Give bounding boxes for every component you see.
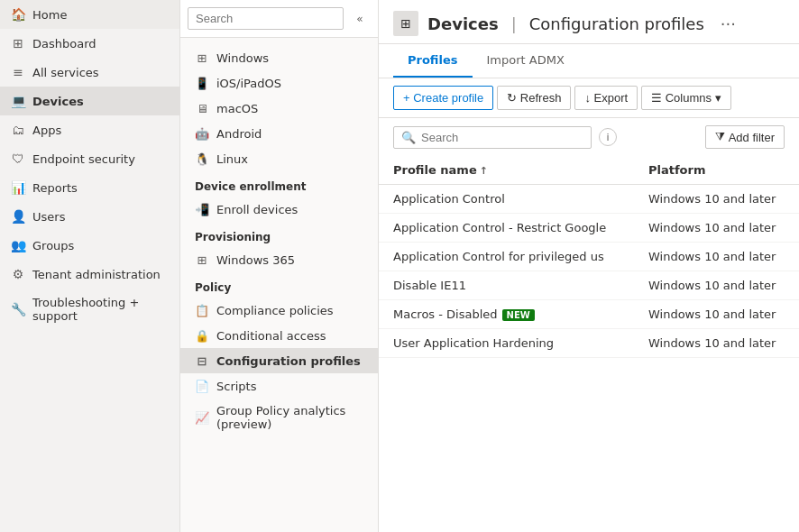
mid-icon-linux: 🐧 [195, 151, 209, 166]
col-label-profile-name: Profile name [393, 163, 477, 177]
mid-icon-ios-ipados: 📱 [195, 76, 209, 90]
profile-name-cell: Disable IE11 [379, 271, 634, 300]
main-search-row: 🔍 i ⧩ Add filter [379, 118, 799, 156]
mid-nav-item-windows-365[interactable]: ⊞ Windows 365 [180, 247, 378, 272]
mid-nav-item-configuration-profiles[interactable]: ⊟ Configuration profiles [180, 348, 378, 373]
nav-icon-devices: 💻 [11, 94, 25, 108]
create-profile-button[interactable]: + Create profile [393, 86, 493, 110]
mid-label-configuration-profiles: Configuration profiles [216, 354, 361, 368]
nav-icon-all-services: ≡ [11, 65, 25, 79]
col-header-profile-name[interactable]: Profile name↑ [379, 156, 634, 185]
columns-button[interactable]: ☰ Columns ▾ [641, 86, 731, 110]
tabs-row: ProfilesImport ADMX [379, 44, 799, 78]
header-more-options[interactable]: ··· [721, 14, 736, 33]
table-row[interactable]: Application Control for privileged usWin… [379, 243, 799, 271]
mid-nav-item-enroll-devices[interactable]: 📲 Enroll devices [180, 197, 378, 222]
nav-label-reports: Reports [32, 181, 78, 195]
refresh-button[interactable]: ↻ Refresh [497, 86, 571, 110]
mid-nav-item-ios-ipados[interactable]: 📱 iOS/iPadOS [180, 70, 378, 96]
search-icon: 🔍 [401, 131, 416, 144]
nav-item-troubleshooting[interactable]: 🔧 Troubleshooting + support [0, 289, 179, 330]
export-button[interactable]: ↓ Export [574, 86, 638, 110]
mid-icon-scripts: 📄 [195, 379, 209, 393]
nav-item-apps[interactable]: 🗂 Apps [0, 115, 179, 144]
mid-label-conditional-access: Conditional access [216, 329, 326, 343]
nav-label-users: Users [32, 210, 65, 224]
platform-text: Windows 10 and later [648, 221, 776, 234]
mid-nav-item-android[interactable]: 🤖 Android [180, 121, 378, 146]
profile-name-cell: Application Control for privileged us [379, 243, 634, 271]
mid-icon-macos: 🖥 [195, 101, 209, 115]
nav-item-all-services[interactable]: ≡ All services [0, 58, 179, 87]
nav-item-home[interactable]: 🏠 Home [0, 0, 179, 29]
mid-nav-item-scripts[interactable]: 📄 Scripts [180, 373, 378, 399]
profile-name-cell: User Application Hardening [379, 329, 634, 358]
middle-search-container: « [180, 0, 378, 38]
profile-name-cell: Application Control [379, 185, 634, 214]
nav-icon-reports: 📊 [11, 180, 25, 195]
profile-name-cell: Macros - DisabledNEW [379, 300, 634, 329]
table-row[interactable]: Application ControlWindows 10 and later [379, 185, 799, 214]
nav-label-tenant-administration: Tenant administration [32, 268, 161, 281]
nav-icon-troubleshooting: 🔧 [11, 302, 25, 316]
mid-section-header-device-enrollment: Device enrollment [180, 171, 378, 197]
main-search-input[interactable] [421, 131, 583, 144]
collapse-button[interactable]: « [349, 8, 371, 30]
nav-label-dashboard: Dashboard [32, 37, 96, 50]
add-filter-button[interactable]: ⧩ Add filter [705, 125, 785, 149]
nav-item-users[interactable]: 👤 Users [0, 202, 179, 231]
mid-nav-item-windows[interactable]: ⊞ Windows [180, 45, 378, 70]
col-header-platform[interactable]: Platform [634, 156, 799, 185]
mid-nav-item-group-policy-analytics[interactable]: 📈 Group Policy analytics (preview) [180, 399, 378, 436]
mid-label-android: Android [216, 127, 262, 141]
tab-profiles[interactable]: Profiles [393, 44, 473, 78]
table-row[interactable]: Application Control - Restrict GoogleWin… [379, 214, 799, 243]
platform-cell: Windows 10 and later [634, 185, 799, 214]
table-header: Profile name↑Platform [379, 156, 799, 185]
nav-item-devices[interactable]: 💻 Devices [0, 87, 179, 115]
mid-icon-android: 🤖 [195, 126, 209, 141]
nav-label-devices: Devices [32, 95, 84, 108]
header-subtitle: Configuration profiles [529, 14, 704, 33]
platform-text: Windows 10 and later [648, 192, 776, 206]
table-row[interactable]: Macros - DisabledNEWWindows 10 and later [379, 300, 799, 329]
nav-label-troubleshooting: Troubleshooting + support [32, 296, 169, 323]
platform-cell: Windows 10 and later [634, 214, 799, 243]
profile-name-text: Application Control - Restrict Google [393, 221, 606, 234]
mid-label-windows: Windows [216, 51, 269, 65]
nav-item-endpoint-security[interactable]: 🛡 Endpoint security [0, 144, 179, 173]
header-title: Devices [427, 14, 499, 33]
mid-icon-windows: ⊞ [195, 50, 209, 65]
nav-item-reports[interactable]: 📊 Reports [0, 173, 179, 202]
filter-label: Add filter [729, 131, 775, 144]
nav-item-dashboard[interactable]: ⊞ Dashboard [0, 29, 179, 58]
main-header: ⊞ Devices | Configuration profiles ··· [379, 0, 799, 44]
nav-icon-dashboard: ⊞ [11, 36, 25, 50]
mid-nav-item-compliance-policies[interactable]: 📋 Compliance policies [180, 298, 378, 323]
platform-cell: Windows 10 and later [634, 329, 799, 358]
table-row[interactable]: User Application HardeningWindows 10 and… [379, 329, 799, 358]
tab-import-admx[interactable]: Import ADMX [473, 44, 579, 78]
nav-icon-groups: 👥 [11, 238, 25, 252]
nav-item-tenant-administration[interactable]: ⚙ Tenant administration [0, 260, 179, 289]
mid-nav-item-macos[interactable]: 🖥 macOS [180, 96, 378, 121]
mid-icon-configuration-profiles: ⊟ [195, 353, 209, 368]
table-row[interactable]: Disable IE11Windows 10 and later [379, 271, 799, 300]
table-container: Profile name↑Platform Application Contro… [379, 156, 799, 532]
middle-panel: « ⊞ Windows 📱 iOS/iPadOS 🖥 macOS 🤖 Andro… [180, 0, 379, 532]
info-icon[interactable]: i [599, 128, 617, 146]
middle-search-input[interactable] [188, 7, 344, 30]
mid-section-header-policy: Policy [180, 272, 378, 298]
mid-icon-group-policy-analytics: 📈 [195, 410, 209, 425]
nav-icon-endpoint-security: 🛡 [11, 151, 25, 166]
platform-text: Windows 10 and later [648, 279, 776, 292]
nav-item-groups[interactable]: 👥 Groups [0, 231, 179, 260]
nav-label-home: Home [32, 8, 67, 22]
header-separator: | [511, 14, 517, 33]
mid-label-group-policy-analytics: Group Policy analytics (preview) [216, 404, 363, 431]
mid-nav-item-conditional-access[interactable]: 🔒 Conditional access [180, 323, 378, 348]
mid-label-ios-ipados: iOS/iPadOS [216, 77, 281, 90]
profile-name-text: Macros - Disabled [393, 307, 498, 321]
mid-nav-item-linux[interactable]: 🐧 Linux [180, 146, 378, 171]
mid-label-compliance-policies: Compliance policies [216, 304, 334, 317]
